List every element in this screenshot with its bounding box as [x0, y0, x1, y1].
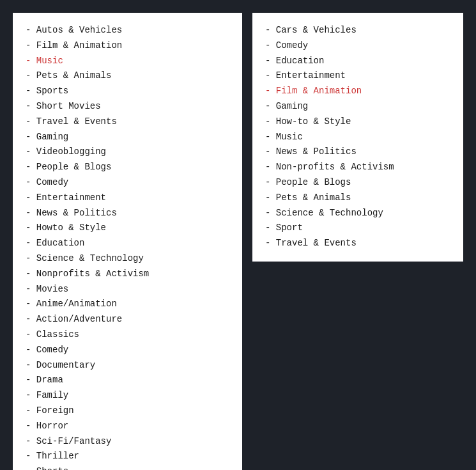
list-item: - Drama [26, 373, 229, 388]
left-list: - Autos & Vehicles- Film & Animation - M… [26, 23, 229, 470]
list-item: - Music [265, 130, 450, 145]
list-item: - How-to & Style [265, 114, 450, 130]
list-item: - News & Politics [265, 145, 450, 160]
list-item: - Gaming [26, 130, 229, 145]
list-item: - Science & Technology [265, 206, 450, 221]
list-item: - Thriller [26, 449, 229, 464]
list-item: - Film & Animation [265, 84, 450, 99]
list-item: - Science & Technology [26, 251, 229, 267]
list-item: - Pets & Animals [265, 191, 450, 206]
left-panel: - Autos & Vehicles- Film & Animation - M… [13, 13, 242, 470]
right-panel: - Cars & Vehicles - Comedy - Education -… [252, 13, 463, 262]
list-item: - Pets & Animals [26, 68, 229, 84]
list-item: - Videoblogging [26, 145, 229, 160]
list-item: - Gaming [265, 99, 450, 114]
list-item: - Comedy [265, 38, 450, 54]
list-item: - Education [26, 236, 229, 251]
list-item: - Family [26, 388, 229, 403]
list-item: - Entertainment [265, 68, 450, 84]
list-item: - Travel & Events [265, 236, 450, 251]
list-item: - News & Politics [26, 206, 229, 221]
list-item: - Action/Adventure [26, 312, 229, 327]
list-item: - Entertainment [26, 191, 229, 206]
list-item: - Film & Animation [26, 38, 229, 54]
list-item: - Howto & Style [26, 221, 229, 236]
list-item: - Cars & Vehicles [265, 23, 450, 38]
list-item: - Sports [26, 84, 229, 99]
list-item: - Shorts [26, 464, 229, 470]
list-item: - Travel & Events [26, 114, 229, 130]
right-list: - Cars & Vehicles - Comedy - Education -… [265, 23, 450, 251]
list-item: - Documentary [26, 358, 229, 373]
list-item: - Music [26, 54, 229, 69]
list-item: - Comedy [26, 175, 229, 191]
list-item: - Anime/Animation [26, 297, 229, 312]
list-item: - Comedy [26, 343, 229, 358]
list-item: - Foreign [26, 403, 229, 419]
list-item: - Sci-Fi/Fantasy [26, 434, 229, 450]
list-item: - Nonprofits & Activism [26, 267, 229, 282]
list-item: - Short Movies [26, 99, 229, 114]
list-item: - People & Blogs [265, 175, 450, 191]
list-item: - Movies [26, 282, 229, 297]
list-item: - Sport [265, 221, 450, 236]
list-item: - Horror [26, 419, 229, 434]
list-item: - Classics [26, 327, 229, 343]
list-item: - Education [265, 54, 450, 69]
list-item: - Autos & Vehicles [26, 23, 229, 38]
list-item: - Non-profits & Activism [265, 160, 450, 175]
main-container: - Autos & Vehicles- Film & Animation - M… [13, 13, 463, 470]
list-item: - People & Blogs [26, 160, 229, 175]
